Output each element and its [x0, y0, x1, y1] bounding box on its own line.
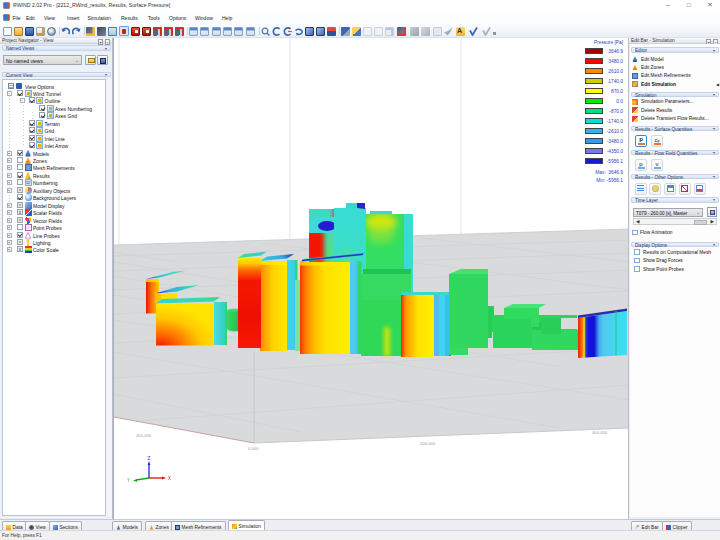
svg-text:Z: Z [148, 456, 151, 461]
svg-text:X: X [168, 476, 171, 481]
svg-text:200.000: 200.000 [136, 433, 152, 438]
svg-text:0.000: 0.000 [248, 446, 259, 451]
svg-text:Y: Y [127, 478, 130, 483]
svg-text:200.000: 200.000 [420, 441, 436, 446]
svg-text:400.000: 400.000 [592, 430, 608, 435]
